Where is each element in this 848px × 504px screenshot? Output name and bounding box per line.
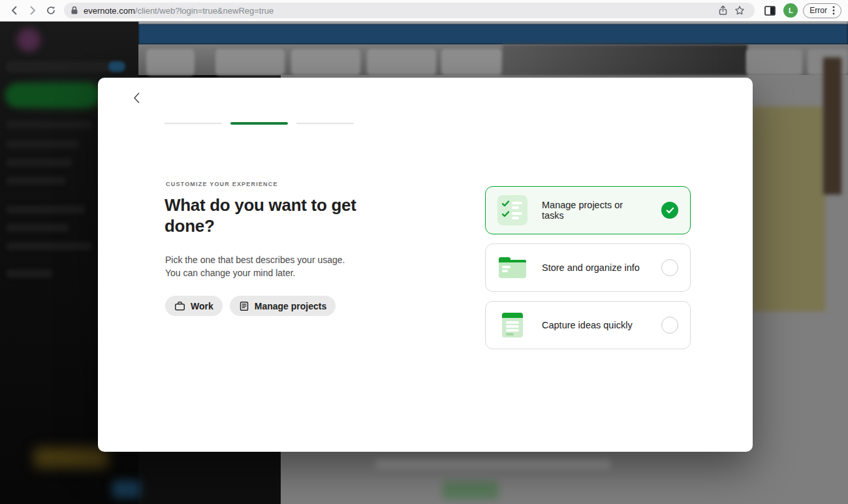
note-icon [497,310,527,340]
browser-toolbar: evernote.com/client/web?login=true&newRe… [0,0,848,22]
forward-arrow-icon [27,5,38,16]
option-manage-projects-or-tasks[interactable]: Manage projects or tasks [485,186,691,234]
bookmark-star-button[interactable] [731,3,748,18]
project-note-icon [239,301,249,311]
bg-blue-banner [138,24,848,44]
error-menu-button[interactable]: Error [803,3,841,18]
bg-sidebar-item [7,224,69,232]
bg-dark-zone [503,44,747,75]
reload-icon [46,5,56,16]
progress-step-2-active [230,122,288,125]
bg-note-card [146,49,195,75]
tag-label: Work [191,301,213,311]
star-icon [734,5,745,16]
share-icon [718,5,728,16]
context-tags: Work Manage projects [165,296,336,316]
subtitle-text: Pick the one that best describes your us… [165,254,356,280]
option-label: Manage projects or tasks [542,200,647,221]
bg-sidebar-item [7,206,85,213]
forward-button[interactable] [24,1,42,20]
bg-user-avatar-blob [17,28,40,52]
option-cards: Manage projects or tasks Store and organ… [485,186,691,349]
eyebrow-label: CUSTOMIZE YOUR EXPERIENCE [166,181,278,187]
bg-note-card [291,49,360,75]
check-glyph [501,210,510,218]
bg-note-card [367,49,436,75]
kebab-menu-icon [832,6,835,15]
bg-blue-badge [112,480,141,498]
tag-work[interactable]: Work [165,296,223,316]
briefcase-icon [174,301,185,311]
bg-sidebar-item [7,242,91,250]
bg-note-card [746,49,802,75]
bg-note-card [441,49,501,75]
bg-ghost-text [375,459,610,469]
option-label: Store and organize info [542,262,647,273]
bg-filter-chip [108,61,125,72]
reload-button[interactable] [42,1,60,20]
screen: evernote.com/client/web?login=true&newRe… [0,0,848,504]
bg-sidebar-item [7,121,91,129]
bg-yellow-badge [34,447,109,468]
progress-indicator [165,122,354,125]
bg-search-bar [5,61,123,72]
selected-radio[interactable] [661,202,678,219]
bg-note-card [215,49,285,75]
lock-icon [71,6,78,15]
bg-sidebar-item [7,140,78,148]
chevron-left-icon [132,92,142,104]
progress-step-1 [165,123,222,124]
bg-sidebar-item [7,159,72,166]
check-glyph [501,200,510,208]
onboarding-modal: CUSTOMIZE YOUR EXPERIENCE What do you wa… [98,78,753,452]
bg-image-strip [823,57,841,195]
back-arrow-icon [9,5,20,16]
check-icon [666,207,674,214]
checklist-icon [497,195,527,225]
url-path: /client/web?login=true&newReg=true [135,6,274,16]
progress-step-3 [296,123,354,124]
error-label: Error [809,6,827,15]
unselected-radio[interactable] [661,317,678,334]
bg-new-button [5,83,99,108]
bg-note-preview [752,106,825,311]
address-bar[interactable]: evernote.com/client/web?login=true&newRe… [64,3,755,18]
option-store-and-organize-info[interactable]: Store and organize info [485,244,691,292]
side-panel-icon [764,6,776,16]
folder-icon [497,253,527,283]
share-button[interactable] [714,3,731,18]
side-panel-button[interactable] [760,1,779,20]
unselected-radio[interactable] [661,259,678,276]
bg-sidebar-item [7,177,65,185]
option-capture-ideas-quickly[interactable]: Capture ideas quickly [485,301,691,349]
tag-label: Manage projects [255,301,326,311]
url-host: evernote.com [84,6,135,16]
profile-avatar[interactable]: L [783,3,798,18]
page-title: What do you want to get done? [165,195,360,236]
bg-sidebar-item [7,270,52,277]
tag-manage-projects[interactable]: Manage projects [230,296,336,316]
bg-green-button [443,481,499,499]
option-label: Capture ideas quickly [542,320,647,330]
back-button[interactable] [5,1,24,20]
modal-back-button[interactable] [128,89,146,107]
